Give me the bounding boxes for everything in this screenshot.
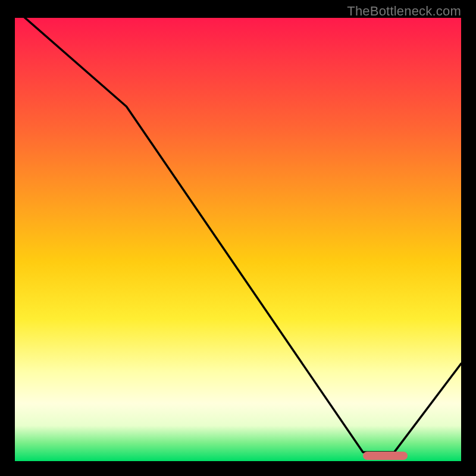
chart-plot-area bbox=[15, 18, 461, 461]
optimal-range-marker bbox=[363, 452, 408, 460]
chart-line bbox=[15, 18, 461, 461]
watermark-text: TheBottleneck.com bbox=[347, 4, 461, 19]
